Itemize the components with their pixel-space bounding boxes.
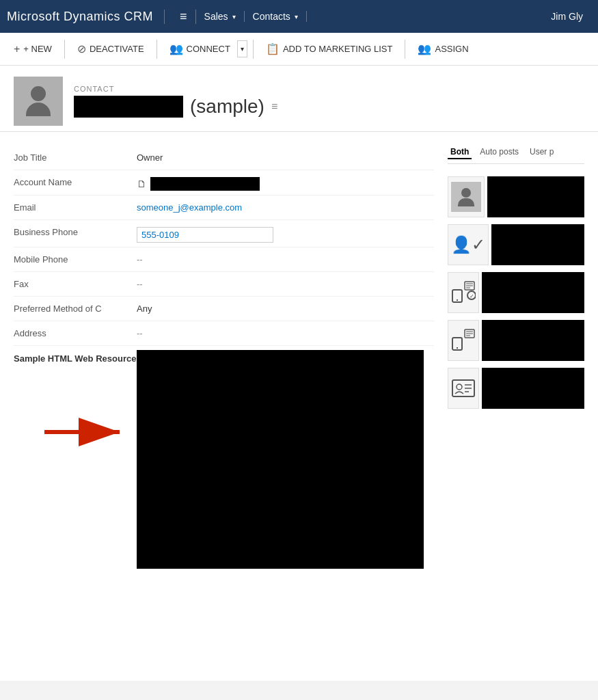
mobile-phone-value: -- — [137, 252, 434, 265]
owner-row: 🗋 — [137, 177, 434, 191]
fax-value: -- — [137, 276, 434, 289]
phone-grid-icon-2 — [451, 328, 476, 353]
person-check-icon: 👤✓ — [451, 235, 485, 254]
toolbar-divider-2 — [157, 40, 157, 59]
avatar-head — [31, 86, 46, 101]
contact-section-label: CONTACT — [74, 85, 277, 93]
toolbar-divider-1 — [64, 40, 65, 59]
form-section: Job Title Owner Account Name 🗋 Email som… — [14, 146, 434, 667]
sidebar-contact-card — [448, 368, 479, 409]
red-arrow-annotation — [38, 405, 133, 459]
user-name: Jim Gly — [543, 11, 591, 22]
html-resource-black-box — [137, 350, 424, 569]
content-area: CONTACT (sample) ≡ Job Title Owner Accou… — [0, 66, 598, 681]
connect-icon: 👥 — [169, 42, 183, 55]
sidebar-row-2: 👤✓ — [448, 224, 584, 265]
job-title-label: Job Title — [14, 150, 137, 163]
svg-point-17 — [457, 384, 462, 390]
hamburger-menu-icon[interactable]: ≡ — [172, 10, 196, 24]
business-phone-row: Business Phone — [14, 220, 434, 247]
app-title: Microsoft Dynamics CRM — [7, 10, 165, 24]
address-row: Address -- — [14, 321, 434, 346]
avatar-person — [26, 86, 51, 116]
plus-icon: + — [14, 43, 20, 55]
preferred-method-row: Preferred Method of C Any — [14, 297, 434, 321]
sidebar-avatar-card — [448, 176, 485, 217]
toolbar-divider-3 — [253, 40, 254, 59]
toolbar: + + NEW ⊘ DEACTIVATE 👥 CONNECT ▾ 📋 ADD T… — [0, 33, 598, 66]
deactivate-icon: ⊘ — [77, 42, 86, 55]
toolbar-divider-4 — [405, 40, 405, 59]
assign-icon: 👥 — [418, 42, 431, 55]
address-value: -- — [137, 325, 434, 338]
contact-card-icon — [451, 376, 476, 401]
owner-label-value: Owner — [137, 150, 434, 163]
sidebar-redacted-3 — [482, 272, 584, 313]
mobile-phone-row: Mobile Phone -- — [14, 247, 434, 272]
contact-name-redacted — [74, 96, 183, 118]
contact-header: CONTACT (sample) ≡ — [0, 66, 598, 132]
sidebar-phone-grid-card-2 — [448, 320, 479, 361]
tab-auto-posts[interactable]: Auto posts — [477, 146, 521, 159]
owner-icon: 🗋 — [137, 178, 146, 189]
contact-name-sample: (sample) — [190, 96, 264, 118]
sales-nav-item[interactable]: Sales ▾ — [196, 11, 245, 22]
business-phone-label: Business Phone — [14, 224, 137, 237]
contact-menu-icon[interactable]: ≡ — [271, 100, 277, 113]
sidebar-row-1 — [448, 176, 584, 217]
sidebar-avatar-head — [461, 188, 471, 198]
sidebar-row-4 — [448, 320, 584, 361]
fax-label: Fax — [14, 276, 137, 289]
account-name-row: Account Name 🗋 — [14, 170, 434, 196]
email-row: Email someone_j@example.com — [14, 196, 434, 220]
connect-dropdown-arrow[interactable]: ▾ — [237, 40, 247, 57]
account-name-label: Account Name — [14, 174, 137, 187]
svg-text:✓: ✓ — [470, 293, 474, 299]
sidebar-avatar-person — [458, 188, 474, 206]
assign-button[interactable]: 👥 ASSIGN — [411, 38, 475, 59]
right-sidebar: Both Auto posts User p — [448, 146, 584, 667]
sidebar-redacted-4 — [482, 320, 584, 361]
account-name-value: 🗋 — [137, 174, 434, 191]
business-phone-input[interactable] — [137, 227, 273, 243]
avatar-body — [26, 103, 51, 116]
sidebar-phone-grid-card-1: ✓ — [448, 272, 479, 313]
contact-info: CONTACT (sample) ≡ — [74, 85, 277, 118]
connect-button[interactable]: 👥 CONNECT — [163, 38, 237, 59]
email-label: Email — [14, 200, 137, 213]
html-resource-row: Sample HTML Web Resource — [14, 346, 434, 573]
contacts-nav-item[interactable]: Contacts ▾ — [245, 11, 307, 22]
preferred-method-value: Any — [137, 301, 434, 314]
avatar — [14, 77, 63, 126]
fax-row: Fax -- — [14, 272, 434, 297]
mobile-phone-label: Mobile Phone — [14, 252, 137, 265]
tab-user-p[interactable]: User p — [527, 146, 556, 159]
preferred-method-label: Preferred Method of C — [14, 301, 137, 314]
sidebar-row-5 — [448, 368, 584, 409]
sales-chevron-icon: ▾ — [232, 13, 236, 21]
email-value[interactable]: someone_j@example.com — [137, 200, 434, 213]
job-title-row: Job Title Owner — [14, 146, 434, 170]
marketing-icon: 📋 — [266, 42, 280, 55]
html-resource-content — [137, 350, 434, 569]
html-resource-label: Sample HTML Web Resource — [14, 350, 137, 365]
business-phone-value[interactable] — [137, 224, 434, 243]
contact-name-row: (sample) ≡ — [74, 96, 277, 118]
deactivate-button[interactable]: ⊘ DEACTIVATE — [70, 38, 151, 59]
sidebar-redacted-1 — [487, 176, 584, 217]
address-label: Address — [14, 325, 137, 338]
new-button[interactable]: + + NEW — [7, 39, 59, 59]
add-to-marketing-button[interactable]: 📋 ADD TO MARKETING LIST — [259, 38, 400, 59]
sidebar-row-3: ✓ — [448, 272, 584, 313]
sidebar-avatar-body — [458, 198, 474, 206]
sidebar-redacted-5 — [482, 368, 584, 409]
connect-dropdown: 👥 CONNECT ▾ — [163, 38, 247, 59]
phone-grid-icon-1: ✓ — [451, 280, 476, 305]
sidebar-tabs: Both Auto posts User p — [448, 146, 584, 164]
sidebar-person-check-card: 👤✓ — [448, 224, 489, 265]
tab-both[interactable]: Both — [448, 146, 472, 159]
sidebar-avatar — [451, 182, 481, 212]
sidebar-redacted-2 — [491, 224, 584, 265]
owner-name-redacted — [150, 177, 260, 191]
top-navigation: Microsoft Dynamics CRM ≡ Sales ▾ Contact… — [0, 0, 598, 33]
